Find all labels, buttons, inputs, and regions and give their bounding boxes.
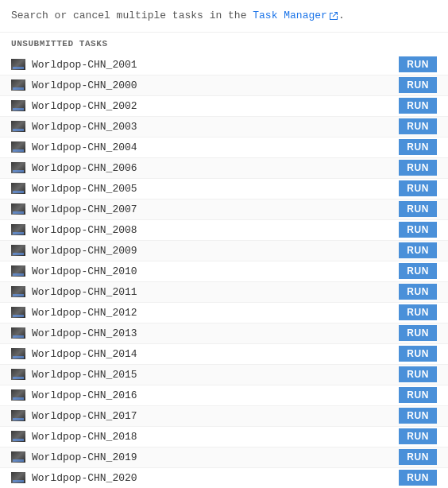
run-button[interactable]: RUN [399,470,437,486]
task-list: Worldpop-CHN_2001RUNWorldpop-CHN_2000RUN… [0,55,448,489]
task-row: Worldpop-CHN_2007RUN [0,199,448,220]
task-name: Worldpop-CHN_2017 [32,410,399,422]
task-row: Worldpop-CHN_2012RUN [0,303,448,323]
task-row: Worldpop-CHN_2002RUN [0,96,448,117]
task-row: Worldpop-CHN_2000RUN [0,76,448,96]
run-button[interactable]: RUN [399,118,437,134]
task-icon [11,121,25,132]
task-row: Worldpop-CHN_2003RUN [0,117,448,137]
task-name: Worldpop-CHN_2002 [32,100,399,112]
run-button[interactable]: RUN [399,201,437,217]
task-row: Worldpop-CHN_2001RUN [0,55,448,76]
section-header-label: UNSUBMITTED TASKS [11,39,108,48]
task-name: Worldpop-CHN_2005 [32,183,399,195]
task-row: Worldpop-CHN_2018RUN [0,427,448,447]
task-row: Worldpop-CHN_2010RUN [0,261,448,282]
task-name: Worldpop-CHN_2008 [32,224,399,236]
task-row: Worldpop-CHN_2011RUN [0,282,448,303]
run-button[interactable]: RUN [399,77,437,93]
task-icon [11,245,25,256]
run-button[interactable]: RUN [399,242,437,258]
task-row: Worldpop-CHN_2006RUN [0,158,448,179]
run-button[interactable]: RUN [399,428,437,444]
task-name: Worldpop-CHN_2009 [32,245,399,257]
task-name: Worldpop-CHN_2001 [32,59,399,71]
task-name: Worldpop-CHN_2000 [32,79,399,91]
task-row: Worldpop-CHN_2017RUN [0,406,448,427]
task-icon [11,410,25,421]
task-name: Worldpop-CHN_2010 [32,265,399,277]
task-row: Worldpop-CHN_2020RUN [0,468,448,489]
task-name: Worldpop-CHN_2004 [32,141,399,153]
task-icon [11,369,25,380]
external-link-icon [329,11,338,21]
task-icon [11,265,25,277]
task-icon [11,183,25,194]
task-name: Worldpop-CHN_2012 [32,307,399,319]
task-icon [11,79,25,91]
run-button[interactable]: RUN [399,263,437,279]
task-icon [11,162,25,173]
info-text-after: . [338,10,345,21]
task-manager-link[interactable]: Task Manager [253,10,338,21]
task-name: Worldpop-CHN_2016 [32,389,399,401]
task-row: Worldpop-CHN_2015RUN [0,365,448,385]
run-button[interactable]: RUN [399,56,437,72]
task-icon [11,307,25,318]
task-icon [11,348,25,359]
task-name: Worldpop-CHN_2011 [32,286,399,298]
task-icon [11,286,25,297]
task-row: Worldpop-CHN_2019RUN [0,447,448,468]
task-row: Worldpop-CHN_2005RUN [0,179,448,199]
task-icon [11,389,25,401]
task-icon [11,100,25,111]
task-row: Worldpop-CHN_2016RUN [0,385,448,406]
task-name: Worldpop-CHN_2015 [32,369,399,381]
task-row: Worldpop-CHN_2008RUN [0,220,448,241]
task-row: Worldpop-CHN_2014RUN [0,344,448,365]
run-button[interactable]: RUN [399,284,437,300]
task-name: Worldpop-CHN_2003 [32,121,399,133]
run-button[interactable]: RUN [399,387,437,403]
task-name: Worldpop-CHN_2020 [32,472,399,484]
task-icon [11,203,25,215]
task-icon [11,59,25,70]
run-button[interactable]: RUN [399,98,437,114]
task-row: Worldpop-CHN_2004RUN [0,137,448,158]
info-text-before: Search or cancel multiple tasks in the [11,10,253,21]
task-name: Worldpop-CHN_2019 [32,451,399,463]
task-row: Worldpop-CHN_2009RUN [0,241,448,261]
task-name: Worldpop-CHN_2014 [32,348,399,360]
task-icon [11,472,25,483]
task-name: Worldpop-CHN_2013 [32,327,399,339]
info-bar: Search or cancel multiple tasks in the T… [0,0,448,33]
run-button[interactable]: RUN [399,222,437,238]
run-button[interactable]: RUN [399,180,437,196]
task-icon [11,451,25,463]
run-button[interactable]: RUN [399,366,437,382]
run-button[interactable]: RUN [399,304,437,320]
run-button[interactable]: RUN [399,408,437,424]
section-header: UNSUBMITTED TASKS [0,33,448,55]
task-row: Worldpop-CHN_2013RUN [0,323,448,344]
run-button[interactable]: RUN [399,160,437,176]
task-name: Worldpop-CHN_2006 [32,162,399,174]
task-manager-link-text: Task Manager [253,10,327,21]
task-icon [11,431,25,442]
run-button[interactable]: RUN [399,139,437,155]
run-button[interactable]: RUN [399,346,437,362]
run-button[interactable]: RUN [399,449,437,465]
task-icon [11,224,25,235]
run-button[interactable]: RUN [399,325,437,341]
task-name: Worldpop-CHN_2018 [32,431,399,443]
task-icon [11,141,25,153]
task-icon [11,327,25,339]
task-name: Worldpop-CHN_2007 [32,203,399,215]
